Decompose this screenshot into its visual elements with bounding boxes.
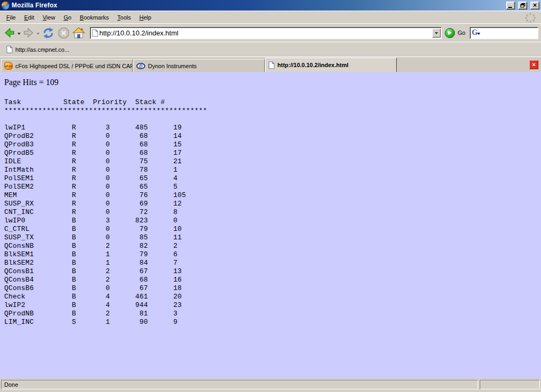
search-box[interactable]: G xyxy=(470,27,538,39)
go-arrow-icon xyxy=(448,31,454,35)
dynon-icon: D xyxy=(136,63,145,69)
menu-view[interactable]: View xyxy=(39,12,60,23)
bookmarks-toolbar: http://as.cmpnet.co... xyxy=(0,42,541,57)
back-dropdown[interactable] xyxy=(17,33,21,36)
close-tab-button[interactable]: × xyxy=(529,60,538,69)
forward-button[interactable] xyxy=(22,26,35,40)
menu-tools[interactable]: Tools xyxy=(113,12,135,23)
close-tab-icon: × xyxy=(532,61,535,68)
back-button[interactable] xyxy=(3,26,16,40)
search-input[interactable] xyxy=(482,29,537,37)
bookmark-label: http://as.cmpnet.co... xyxy=(15,46,69,53)
page-content: Page Hits = 109 Task State Priority Stac… xyxy=(0,72,541,378)
back-arrow-icon xyxy=(4,27,15,39)
status-bar: Done xyxy=(0,378,541,392)
tab-label: http://10.0.10.2/index.html xyxy=(277,62,348,68)
tab-label: cFos Highspeed DSL / PPPoE und ISDN CAP.… xyxy=(15,63,133,69)
menu-help[interactable]: Help xyxy=(135,12,156,23)
url-bar[interactable] xyxy=(90,27,442,39)
tab-bar: cFoscFos Highspeed DSL / PPPoE und ISDN … xyxy=(0,57,541,72)
home-icon xyxy=(72,27,85,39)
page-hits-text: Page Hits = 109 xyxy=(4,78,541,87)
go-label[interactable]: Go xyxy=(458,30,465,36)
window-title: Mozilla Firefox xyxy=(12,2,503,9)
menu-bar-items: FileEditViewGoBookmarksToolsHelp xyxy=(2,12,155,23)
firefox-logo-icon xyxy=(2,2,10,10)
home-button[interactable] xyxy=(71,26,86,40)
restore-icon xyxy=(520,3,525,7)
throbber-icon xyxy=(525,12,536,23)
menu-bar: FileEditViewGoBookmarksToolsHelp xyxy=(0,11,541,23)
status-right-panel xyxy=(480,380,540,389)
stop-icon xyxy=(58,27,70,39)
page-icon xyxy=(92,29,98,37)
tab-dynon[interactable]: DDynon Instruments xyxy=(133,59,265,72)
navigation-toolbar: Go G xyxy=(0,23,541,42)
tab-cfos[interactable]: cFoscFos Highspeed DSL / PPPoE und ISDN … xyxy=(1,59,133,72)
cfos-icon: cFos xyxy=(4,62,13,70)
tab-label: Dynon Instruments xyxy=(148,63,197,69)
tab-index[interactable]: http://10.0.10.2/index.html xyxy=(265,58,397,72)
menu-file[interactable]: File xyxy=(2,12,20,23)
stop-button[interactable] xyxy=(57,26,71,40)
google-g-icon[interactable]: G xyxy=(472,29,478,36)
chevron-down-icon xyxy=(435,32,438,36)
menu-edit[interactable]: Edit xyxy=(20,12,39,23)
page-icon xyxy=(6,45,13,53)
forward-arrow-icon xyxy=(23,27,34,39)
minimize-button[interactable] xyxy=(506,2,515,10)
minimize-icon xyxy=(508,7,512,8)
menu-bookmarks[interactable]: Bookmarks xyxy=(76,12,113,23)
url-dropdown[interactable] xyxy=(432,29,441,38)
task-table: Task State Priority Stack # ************… xyxy=(4,98,541,326)
close-icon: × xyxy=(533,3,537,8)
go-button[interactable] xyxy=(445,28,455,38)
bookmark-item[interactable]: http://as.cmpnet.co... xyxy=(4,44,71,55)
reload-button[interactable] xyxy=(41,25,56,41)
restore-button[interactable] xyxy=(518,2,527,10)
menu-go[interactable]: Go xyxy=(59,12,76,23)
url-input[interactable] xyxy=(98,29,432,38)
reload-icon xyxy=(42,26,55,40)
close-button[interactable]: × xyxy=(530,2,539,10)
title-bar[interactable]: Mozilla Firefox × xyxy=(0,0,541,11)
page-icon xyxy=(268,61,275,69)
status-text: Done xyxy=(1,380,478,389)
browser-window: Mozilla Firefox × FileEditViewGoBookmark… xyxy=(0,0,541,392)
tab-strip: cFoscFos Highspeed DSL / PPPoE und ISDN … xyxy=(1,58,397,72)
forward-dropdown[interactable] xyxy=(36,33,40,36)
